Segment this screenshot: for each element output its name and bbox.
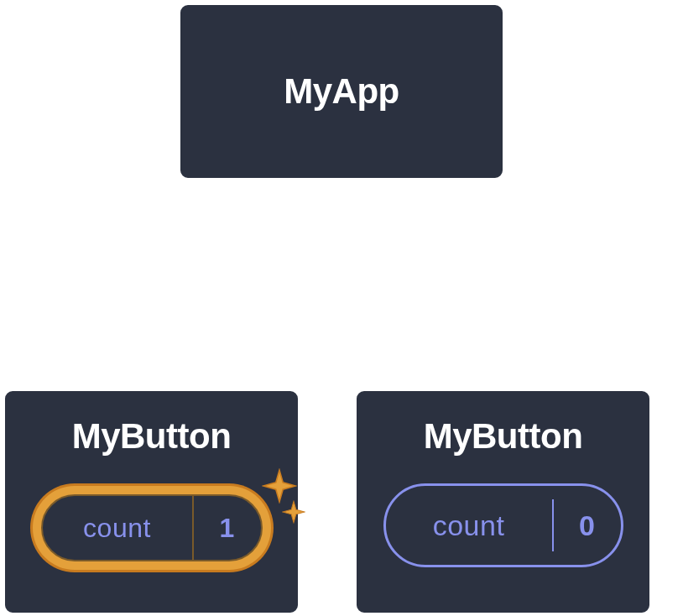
node-root: MyApp xyxy=(178,3,505,180)
state-name-left: count xyxy=(43,513,192,544)
node-child-right-title: MyButton xyxy=(424,416,583,457)
sparkle-icon xyxy=(282,500,305,524)
connector-root-stem xyxy=(341,180,343,285)
state-pill-highlighted-container: count 1 xyxy=(30,483,274,572)
state-pill: count 0 xyxy=(383,483,623,567)
connector-branch xyxy=(149,285,504,389)
sparkle-icon xyxy=(262,468,297,504)
state-pill-highlighted: count 1 xyxy=(30,483,274,572)
node-child-right: MyButton count 0 xyxy=(354,389,652,615)
node-child-left: MyButton count 1 xyxy=(3,389,300,615)
state-value-left: 1 xyxy=(194,513,261,544)
state-pill-container: count 0 xyxy=(383,483,623,567)
state-name-right: count xyxy=(386,509,552,542)
node-child-left-title: MyButton xyxy=(72,416,232,457)
node-root-title: MyApp xyxy=(284,71,399,112)
state-value-right: 0 xyxy=(554,509,621,542)
